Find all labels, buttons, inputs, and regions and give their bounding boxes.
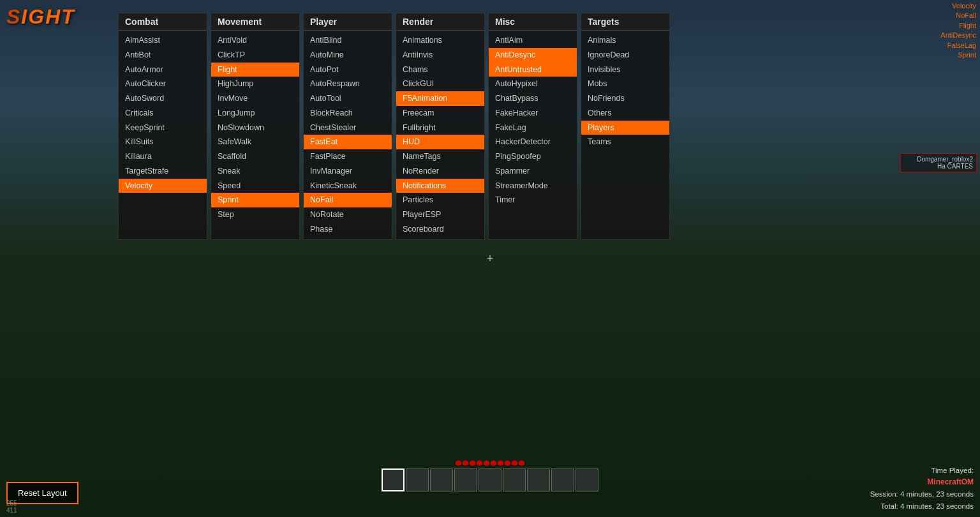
heart-3: [470, 460, 475, 466]
panel-item-render-antiinvis[interactable]: AntiInvis: [396, 48, 484, 63]
inv-slot-9[interactable]: [575, 468, 598, 491]
panel-item-movement-sprint[interactable]: Sprint: [211, 193, 299, 207]
panel-item-player-automine[interactable]: AutoMine: [304, 48, 392, 63]
panel-item-player-norotate[interactable]: NoRotate: [304, 207, 392, 222]
total-info: Total: 4 minutes, 23 seconds: [870, 500, 974, 512]
panel-item-misc-antuntrusted[interactable]: AntUntrusted: [489, 63, 577, 77]
panel-item-targets-animals[interactable]: Animals: [581, 33, 669, 48]
inv-slot-2[interactable]: [406, 468, 429, 491]
heart-8: [505, 460, 510, 466]
panel-header-player: Player: [304, 13, 392, 31]
panel-item-render-freecam[interactable]: Freecam: [396, 106, 484, 121]
panel-item-render-notifications[interactable]: Notifications: [396, 179, 484, 193]
panel-item-movement-scaffold[interactable]: Scaffold: [211, 149, 299, 164]
panel-item-combat-autoarmor[interactable]: AutoArmor: [119, 63, 207, 77]
panel-item-misc-fakelag[interactable]: FakeLag: [489, 121, 577, 135]
inv-slot-4[interactable]: [454, 468, 477, 491]
panel-item-combat-killsuits[interactable]: KillSuits: [119, 135, 207, 149]
panel-item-movement-step[interactable]: Step: [211, 207, 299, 222]
panel-item-targets-players[interactable]: Players: [581, 121, 669, 135]
panel-item-player-fasteat[interactable]: FastEat: [304, 135, 392, 149]
panel-item-player-phase[interactable]: Phase: [304, 222, 392, 237]
panel-item-targets-invisibles[interactable]: Invisibles: [581, 63, 669, 77]
panel-item-combat-targetstrafe[interactable]: TargetStrafe: [119, 164, 207, 179]
panel-item-misc-autohypixel[interactable]: AutoHypixel: [489, 77, 577, 91]
logo-s-letter: S: [6, 5, 21, 28]
app-logo: SIGHT: [6, 5, 75, 29]
inv-slot-8[interactable]: [551, 468, 574, 491]
panel-item-misc-spammer[interactable]: Spammer: [489, 164, 577, 179]
panel-item-misc-fakehacker[interactable]: FakeHacker: [489, 106, 577, 121]
panel-item-movement-antivoid[interactable]: AntiVoid: [211, 33, 299, 48]
panel-items-player: AntiBlindAutoMineAutoPotAutoRespawnAutoT…: [304, 31, 392, 239]
inv-slot-7[interactable]: [527, 468, 550, 491]
panel-item-render-f5animation[interactable]: F5Animation: [396, 91, 484, 106]
panel-item-render-fullbright[interactable]: Fullbright: [396, 121, 484, 135]
bottom-right-info: Time Played: MinecraftOM Session: 4 minu…: [870, 465, 974, 512]
panel-item-movement-speed[interactable]: Speed: [211, 179, 299, 193]
panel-item-targets-teams[interactable]: Teams: [581, 135, 669, 149]
panel-item-player-fastplace[interactable]: FastPlace: [304, 149, 392, 164]
hud-velocity: Velocity: [940, 1, 976, 11]
panel-header-targets: Targets: [581, 13, 669, 31]
panel-item-combat-killaura[interactable]: Killaura: [119, 149, 207, 164]
panel-item-targets-nofriends[interactable]: NoFriends: [581, 91, 669, 106]
panel-item-misc-timer[interactable]: Timer: [489, 193, 577, 207]
stat-line1: 255: [6, 500, 17, 507]
panel-item-movement-safewalk[interactable]: SafeWalk: [211, 135, 299, 149]
hud-sprint: Sprint: [940, 50, 976, 60]
panel-item-render-playeresp[interactable]: PlayerESP: [396, 207, 484, 222]
panel-targets: TargetsAnimalsIgnoreDeadInvisiblesMobsNo…: [581, 13, 670, 240]
heart-9: [512, 460, 517, 466]
panel-item-targets-mobs[interactable]: Mobs: [581, 77, 669, 91]
hud-falselag: FalseLag: [940, 41, 976, 50]
panel-item-misc-hackerdetector[interactable]: HackerDetector: [489, 135, 577, 149]
panel-item-targets-ignoredead[interactable]: IgnoreDead: [581, 48, 669, 63]
panel-item-player-kineticsneak[interactable]: KineticSneak: [304, 179, 392, 193]
panel-item-combat-autosword[interactable]: AutoSword: [119, 91, 207, 106]
panel-item-movement-invmove[interactable]: InvMove: [211, 91, 299, 106]
panel-item-combat-antibot[interactable]: AntiBot: [119, 48, 207, 63]
panel-item-combat-velocity[interactable]: Velocity: [119, 179, 207, 193]
panel-item-render-chams[interactable]: Chams: [396, 63, 484, 77]
panel-item-render-particles[interactable]: Particles: [396, 193, 484, 207]
panel-item-misc-antidesync[interactable]: AntiDesync: [489, 48, 577, 63]
panel-item-misc-streamermode[interactable]: StreamerMode: [489, 179, 577, 193]
inv-slot-6[interactable]: [503, 468, 526, 491]
panel-item-targets-others[interactable]: Others: [581, 106, 669, 121]
panel-item-movement-longjump[interactable]: LongJump: [211, 106, 299, 121]
panel-item-player-autorespawn[interactable]: AutoRespawn: [304, 77, 392, 91]
panel-item-movement-sneak[interactable]: Sneak: [211, 164, 299, 179]
panel-item-movement-clicktp[interactable]: ClickTP: [211, 48, 299, 63]
panel-item-render-animations[interactable]: Animations: [396, 33, 484, 48]
panel-item-player-autopot[interactable]: AutoPot: [304, 63, 392, 77]
panel-item-combat-autoclicker[interactable]: AutoClicker: [119, 77, 207, 91]
panel-item-movement-highjump[interactable]: HighJump: [211, 77, 299, 91]
panel-item-misc-antiaim[interactable]: AntiAim: [489, 33, 577, 48]
panel-item-player-antiblind[interactable]: AntiBlind: [304, 33, 392, 48]
ui-layer: SIGHT Velocity NoFall Flight AntiDesync …: [0, 0, 980, 517]
inv-slot-1[interactable]: [382, 468, 405, 491]
panel-item-render-norender[interactable]: NoRender: [396, 164, 484, 179]
panel-item-render-nametags[interactable]: NameTags: [396, 149, 484, 164]
panel-item-movement-flight[interactable]: Flight: [211, 63, 299, 77]
panel-item-render-scoreboard[interactable]: Scoreboard: [396, 222, 484, 237]
panel-player: PlayerAntiBlindAutoMineAutoPotAutoRespaw…: [303, 13, 392, 240]
panel-item-misc-pingspoofер[interactable]: PingSpoofер: [489, 149, 577, 164]
panel-item-combat-criticals[interactable]: Criticals: [119, 106, 207, 121]
panel-item-player-blockreach[interactable]: BlockReach: [304, 106, 392, 121]
inv-slot-5[interactable]: [479, 468, 501, 491]
panel-item-combat-aimassist[interactable]: AimAssist: [119, 33, 207, 48]
panel-item-movement-noslowdown[interactable]: NoSlowdown: [211, 121, 299, 135]
combat-log-line1: Domgamer_roblox2: [904, 156, 973, 163]
panel-item-player-autotool[interactable]: AutoTool: [304, 91, 392, 106]
heart-2: [463, 460, 468, 466]
panel-item-player-cheststealer[interactable]: ChestStealer: [304, 121, 392, 135]
panel-item-player-nofail[interactable]: NoFail: [304, 193, 392, 207]
panel-item-render-hud[interactable]: HUD: [396, 135, 484, 149]
panel-item-combat-keepsprint[interactable]: KeepSprint: [119, 121, 207, 135]
panel-item-render-clickgui[interactable]: ClickGUI: [396, 77, 484, 91]
panel-item-misc-chatbypass[interactable]: ChatBypass: [489, 91, 577, 106]
panel-item-player-invmanager[interactable]: InvManager: [304, 164, 392, 179]
inv-slot-3[interactable]: [430, 468, 453, 491]
